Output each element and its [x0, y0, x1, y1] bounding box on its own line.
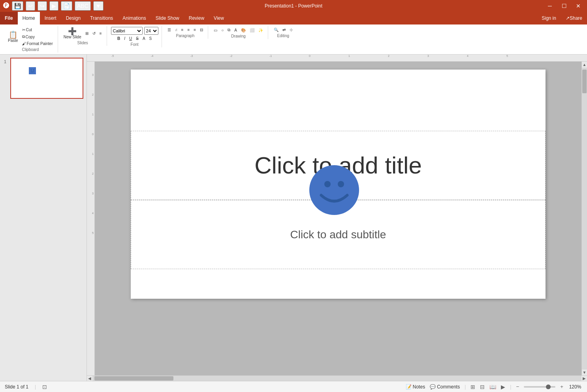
tab-animations[interactable]: Animations — [118, 12, 151, 24]
minimize-button[interactable]: ─ — [544, 0, 555, 11]
scroll-track-horizontal[interactable] — [92, 376, 581, 381]
fit-slide-button[interactable]: ⊡ — [42, 384, 47, 390]
slide-thumbnail[interactable] — [10, 58, 83, 99]
shape-outline-button[interactable]: ⬜ — [248, 27, 256, 33]
zoom-out-button[interactable]: − — [516, 384, 519, 390]
title-bar-right: ─ ☐ ✕ — [544, 0, 584, 11]
ruler-v-mark: 1 — [92, 113, 94, 116]
slide-sorter-button[interactable]: ⊟ — [480, 384, 485, 390]
notes-icon: 📝 — [406, 384, 412, 390]
bullets-button[interactable]: ☰ — [166, 27, 173, 33]
font-size-select[interactable]: 24 — [144, 27, 158, 35]
underline-button[interactable]: U — [128, 36, 134, 41]
paste-button[interactable]: 📋 Paste — [6, 30, 20, 43]
svg-point-1 — [31, 70, 32, 70]
thumb-smiley-svg — [29, 67, 36, 74]
sign-in-button[interactable]: Sign in — [537, 12, 561, 24]
slideshow-button[interactable]: ▶ — [501, 384, 505, 390]
quick-present-button[interactable]: ▶ — [49, 1, 58, 11]
scroll-thumb-horizontal[interactable] — [94, 376, 173, 381]
drawing-label: Drawing — [231, 34, 246, 38]
strikethrough-button[interactable]: S — [134, 36, 140, 41]
columns-button[interactable]: ⊟ — [198, 27, 205, 33]
tab-insert[interactable]: Insert — [40, 12, 61, 24]
scroll-up-button[interactable]: ▲ — [582, 62, 587, 68]
tab-home[interactable]: Home — [18, 12, 40, 24]
reset-slide-button[interactable]: ↺ — [91, 30, 97, 36]
quick-styles-button[interactable]: A — [233, 27, 239, 33]
quick-redo-button[interactable]: ↪ — [38, 1, 47, 11]
reset-icon: ↺ — [92, 31, 96, 36]
canvas-column: -5 -4 -3 -2 -1 0 1 2 3 4 5 3 2 1 0 1 2 — [87, 55, 587, 381]
scroll-track-vertical[interactable] — [582, 68, 587, 369]
quick-spell-button[interactable]: ABC — [75, 1, 91, 11]
zoom-in-button[interactable]: + — [560, 384, 563, 390]
font-color-button[interactable]: A — [141, 36, 147, 41]
numbering-button[interactable]: ⑁ — [173, 27, 179, 33]
layout-icon: ⊞ — [85, 31, 88, 36]
slide-canvas-wrapper[interactable]: Click to add title Click to add subtitle — [95, 62, 581, 375]
zoom-slider-track[interactable] — [524, 386, 555, 388]
replace-button[interactable]: ⇄ — [281, 27, 287, 33]
scroll-right-button[interactable]: ▶ — [581, 376, 587, 381]
tab-design[interactable]: Design — [61, 12, 85, 24]
right-scrollbar[interactable]: ▲ ▼ — [581, 62, 587, 375]
ruler-h-mark: -5 — [111, 55, 114, 57]
select-button[interactable]: ⊹ — [288, 27, 294, 33]
cut-button[interactable]: ✂Cut — [21, 27, 55, 33]
tab-review[interactable]: Review — [184, 12, 209, 24]
slide-layout-button[interactable]: ⊞ — [84, 30, 90, 36]
font-family-select[interactable]: Calibri — [111, 27, 143, 35]
restore-button[interactable]: ☐ — [559, 0, 570, 11]
normal-view-button[interactable]: ⊞ — [470, 384, 475, 390]
shape-oval-button[interactable]: ○ — [220, 27, 225, 33]
tab-view[interactable]: View — [209, 12, 229, 24]
quick-save-button[interactable]: 💾 — [12, 1, 23, 11]
new-slide-button[interactable]: ➕ New Slide — [62, 27, 83, 40]
scroll-down-button[interactable]: ▼ — [582, 369, 587, 375]
bold-button[interactable]: B — [116, 36, 122, 41]
ruler-h-mark: 2 — [387, 55, 389, 57]
ribbon: File Home Insert Design Transitions Anim… — [0, 12, 587, 55]
align-right-button[interactable]: ≡ — [192, 27, 198, 33]
zoom-slider-thumb[interactable] — [546, 384, 551, 389]
quick-new-button[interactable]: 📄 — [61, 1, 72, 11]
quick-undo-button[interactable]: ↩ — [26, 1, 35, 11]
tab-slideshow[interactable]: Slide Show — [151, 12, 184, 24]
shape-effects-button[interactable]: ✨ — [257, 27, 265, 33]
ruler-h-mark: 3 — [427, 55, 429, 57]
bottom-scroll-area[interactable]: ◀ ▶ — [87, 375, 587, 381]
section-button[interactable]: ≡ — [98, 30, 103, 36]
comments-label: Comments — [437, 384, 460, 390]
font-shadow-button[interactable]: S — [148, 36, 154, 41]
slide-number: 1 — [4, 59, 6, 64]
shape-rect-button[interactable]: ▭ — [212, 27, 219, 33]
notes-button[interactable]: 📝 Notes — [406, 384, 425, 390]
quick-customize-button[interactable]: ▼ — [93, 1, 103, 11]
close-button[interactable]: ✕ — [573, 0, 584, 11]
reading-view-button[interactable]: 📖 — [489, 384, 496, 390]
find-button[interactable]: 🔍 — [272, 27, 280, 33]
comments-button[interactable]: 💬 Comments — [430, 384, 460, 390]
scroll-thumb-vertical[interactable] — [582, 70, 587, 93]
format-painter-button[interactable]: 🖌Format Painter — [21, 41, 55, 47]
share-button[interactable]: ↗ Share — [561, 12, 587, 24]
ruler-v-mark: 2 — [92, 172, 94, 175]
scroll-left-button[interactable]: ◀ — [87, 376, 92, 381]
ruler-v-mark: 3 — [92, 192, 94, 195]
tab-file[interactable]: File — [0, 12, 18, 24]
italic-button[interactable]: I — [122, 36, 127, 41]
status-sep-2: | — [465, 384, 466, 390]
copy-button[interactable]: ⧉Copy — [21, 34, 55, 40]
smiley-shape[interactable] — [309, 164, 360, 216]
slide-canvas[interactable]: Click to add title Click to add subtitle — [131, 70, 546, 299]
svg-point-0 — [29, 67, 36, 74]
tab-transitions[interactable]: Transitions — [85, 12, 118, 24]
align-left-button[interactable]: ≡ — [180, 27, 185, 33]
ruler-v-mark: 5 — [92, 232, 94, 234]
shape-fill-button[interactable]: 🎨 — [239, 27, 247, 33]
paragraph-label: Paragraph — [176, 34, 195, 38]
align-center-button[interactable]: ≡ — [186, 27, 191, 33]
slide-thumbnail-wrapper: 1 — [10, 58, 83, 99]
arrange-button[interactable]: ⧉ — [226, 27, 232, 33]
